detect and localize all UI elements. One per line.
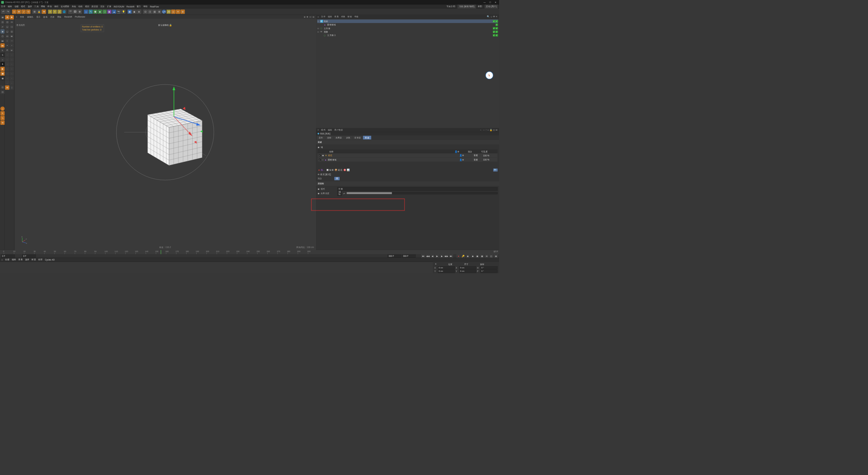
tl-k4[interactable]: ▦ xyxy=(480,254,484,258)
field-delay-radio[interactable]: ◉ xyxy=(322,154,324,156)
menu-edit[interactable]: 编辑 xyxy=(8,5,12,8)
deformer[interactable]: ▣ xyxy=(107,10,112,14)
vp-display[interactable]: 显示 xyxy=(36,15,41,18)
l2-y[interactable]: · xyxy=(5,71,9,76)
om-objects[interactable]: 对象 xyxy=(341,15,346,18)
menu-file[interactable]: 文件 xyxy=(1,5,5,8)
l2-n[interactable]: ▫ xyxy=(9,43,14,48)
mode-dropdown[interactable]: 平滑 xyxy=(337,187,497,191)
generator3[interactable]: ⬡ xyxy=(102,10,107,14)
menu-mode[interactable]: 模式 xyxy=(21,5,25,8)
edge-mode[interactable]: ▬ xyxy=(0,39,5,43)
object-tree[interactable]: ⊟ ◆ 简易 ✓✓ ▲ 圆锥体域 ✓ ⊟ ◻ 立方体 ✓✓ ⊟ ⊞ 克隆 xyxy=(316,19,499,128)
mat-select[interactable]: 选择 xyxy=(25,258,29,261)
tree-row-cube[interactable]: ⊟ ◻ 立方体 ✓✓ xyxy=(317,26,498,30)
l-11[interactable]: ◫ xyxy=(0,90,5,94)
om-eye-icon[interactable]: 👁 xyxy=(493,15,495,18)
menu-simulate[interactable]: 模拟 xyxy=(85,5,90,8)
om-view[interactable]: 查看 xyxy=(334,15,339,18)
effector-tool[interactable]: ◉ xyxy=(132,10,137,14)
attr-back[interactable]: ← xyxy=(480,129,482,131)
environment[interactable]: ☁ xyxy=(112,10,116,14)
l2-aa[interactable]: · xyxy=(5,76,9,80)
l2-b[interactable]: ✚ xyxy=(9,15,14,20)
tl-end-frame-2[interactable]: 300 F xyxy=(402,254,416,258)
om-search-icon[interactable]: 🔍 xyxy=(487,15,490,18)
recent-tool[interactable]: ⊞ xyxy=(32,10,37,14)
l2-e[interactable]: ◻ xyxy=(5,24,9,29)
l-9[interactable]: ▦ xyxy=(0,76,5,80)
om-x-icon[interactable]: ✕ xyxy=(496,15,497,18)
l2-o[interactable]: ⊓ xyxy=(5,48,9,52)
tl-prev-frame[interactable]: ◀ xyxy=(431,254,435,258)
om-tags[interactable]: 标签 xyxy=(348,15,352,18)
l2-u[interactable]: · xyxy=(5,62,9,66)
menu-mesh[interactable]: 网格 xyxy=(41,5,45,8)
tl-k2[interactable]: ◆ xyxy=(471,254,475,258)
menu-redshift[interactable]: Redshift xyxy=(126,5,134,8)
size-z[interactable]: 0 cm xyxy=(459,273,476,273)
tool-d[interactable]: ⊞ xyxy=(157,10,161,14)
texture-mode[interactable]: ◫ xyxy=(0,20,5,24)
vp-nav-1[interactable]: ⊕ xyxy=(304,16,305,18)
axis-lock[interactable]: 🔒 xyxy=(37,10,41,14)
tl-next-frame[interactable]: ▶ xyxy=(440,254,444,258)
strength-slider[interactable] xyxy=(347,192,497,194)
vp-options[interactable]: 选项 xyxy=(43,15,47,18)
tl-play[interactable]: ▶ xyxy=(435,254,439,258)
menu-window[interactable]: 窗口 xyxy=(137,5,141,8)
layer-ic-1[interactable]: 🔺 颜... xyxy=(318,169,325,172)
size-x[interactable]: 0 cm xyxy=(459,266,476,269)
tab-coord[interactable]: 坐标 xyxy=(325,136,333,139)
vp-filter[interactable]: 过滤 xyxy=(50,15,55,18)
l-s2[interactable]: ○ xyxy=(0,57,5,62)
mode-radio[interactable]: ◉ xyxy=(318,188,320,190)
uvpoint-mode[interactable]: L xyxy=(0,48,5,52)
render-view[interactable]: 🎬 xyxy=(68,10,73,14)
tab-falloff[interactable]: 衰减 xyxy=(363,136,371,139)
l2-c[interactable]: ◫ xyxy=(5,20,9,24)
generator[interactable]: ⬢ xyxy=(93,10,98,14)
l2-p[interactable]: ⊔ xyxy=(9,48,14,52)
vp-nav-4[interactable]: ⊞ xyxy=(313,16,314,18)
x-axis-toggle[interactable]: X xyxy=(48,10,52,14)
l-s3[interactable]: S xyxy=(0,62,5,66)
rotate-tool[interactable]: ⟲ xyxy=(26,10,31,14)
tab-basic[interactable]: 基本 xyxy=(317,136,325,139)
vp-nav-2[interactable]: ✥ xyxy=(307,16,308,18)
tab-deform[interactable]: 变形器 xyxy=(353,136,363,139)
rot-b[interactable]: 0 ° xyxy=(480,273,497,273)
om-edit[interactable]: 编辑 xyxy=(328,15,332,18)
tl-prev-key[interactable]: ◀◀ xyxy=(426,254,430,258)
y-axis-toggle[interactable]: Y xyxy=(53,10,57,14)
om-filter-icon[interactable]: ◇ xyxy=(491,15,492,18)
tl-end-frame[interactable]: 300 F xyxy=(388,254,401,258)
l2-g[interactable]: ◻ xyxy=(5,29,9,34)
move-tool[interactable]: ✥ xyxy=(17,10,21,14)
l2-m[interactable]: ▪ xyxy=(5,43,9,48)
camera-obj[interactable]: 📷 xyxy=(117,10,121,14)
l2-f[interactable]: ▢ xyxy=(9,24,14,29)
coord-system[interactable]: 🌐 xyxy=(62,10,66,14)
tab-effector[interactable]: 效果器 xyxy=(334,136,344,139)
mat-cycles[interactable]: Cycles 4D xyxy=(45,259,55,261)
tl-cur-frame[interactable]: 0 F xyxy=(1,254,15,258)
menu-help[interactable]: 帮助 xyxy=(143,5,148,8)
l2-i[interactable]: ⊡ xyxy=(5,34,9,38)
field-cone-radio[interactable]: ○ xyxy=(322,158,323,161)
l2-l[interactable]: ⋯ xyxy=(9,39,14,43)
field-delay-enable[interactable]: ✓ xyxy=(318,154,321,156)
strength-spinner[interactable]: ▴▾ xyxy=(343,192,346,194)
l2-z[interactable]: · xyxy=(9,71,14,76)
field-tool[interactable]: ⊚ xyxy=(137,10,141,14)
cross-tool[interactable]: ✚ xyxy=(42,10,46,14)
render-region[interactable]: 🎞 xyxy=(73,10,77,14)
layer-ic-2[interactable]: 🔲 实体 xyxy=(326,169,334,172)
mograph-tool[interactable]: ▦ xyxy=(127,10,132,14)
rot-p[interactable]: 0 ° xyxy=(480,270,497,273)
l2-ad[interactable]: · xyxy=(9,81,14,85)
menu-realflow[interactable]: RealFlow xyxy=(150,5,159,8)
l2-af[interactable]: ⋮ xyxy=(9,86,14,90)
spline-primitive[interactable]: ✎ xyxy=(88,10,93,14)
viewport-canvas[interactable]: 透视视图 默认摄像机🔒 Number of emitters: 0 Total … xyxy=(15,19,316,250)
